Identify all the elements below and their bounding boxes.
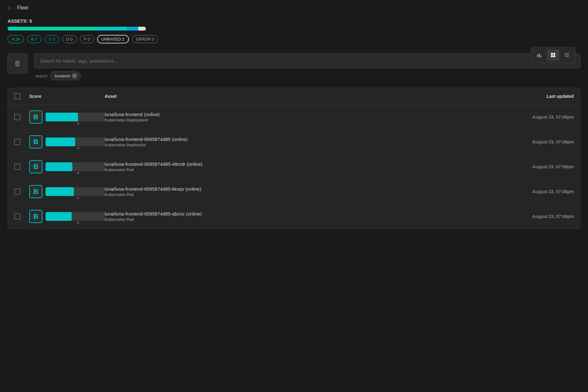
score-badge: B xyxy=(29,110,42,124)
select-all-checkbox[interactable] xyxy=(14,93,20,99)
asset-cell: luna/luna-frontend-6595874d85-qbcnz (onl… xyxy=(105,211,492,222)
table-header: Score Asset Last updated xyxy=(8,88,580,105)
header-asset: Asset xyxy=(105,94,492,99)
score-bar: ▲ xyxy=(46,137,105,146)
svg-rect-0 xyxy=(537,55,538,57)
search-tags-row: search frontend × xyxy=(34,71,580,80)
score-cell: B ▲ xyxy=(29,110,105,124)
svg-rect-3 xyxy=(551,53,553,55)
list-view-button[interactable] xyxy=(561,49,573,61)
table-row[interactable]: B ▲ luna/luna-frontend-6595874d85-qbcnz … xyxy=(8,204,580,229)
updated-cell: August 23, 07:08pm xyxy=(492,214,574,219)
asset-name: luna/luna-frontend-6595874d85 (online) xyxy=(105,137,492,142)
asset-type: Kubernetes ReplicaSet xyxy=(105,143,492,147)
asset-cell: luna/luna-frontend-6595874d85 (online) K… xyxy=(105,137,492,147)
search-input[interactable] xyxy=(34,53,580,68)
view-toggle xyxy=(531,47,575,63)
asset-cell: luna/luna-frontend (online) Kubernetes D… xyxy=(105,112,492,122)
asset-type: Kubernetes Pod xyxy=(105,168,492,172)
row-checkbox-col xyxy=(14,139,29,145)
close-icon: × xyxy=(74,74,75,78)
filter-tag-error[interactable]: ERROR 0 xyxy=(132,35,158,43)
asset-type: Kubernetes Pod xyxy=(105,193,492,197)
table-row[interactable]: B ▲ luna/luna-frontend-6595874d85-48mdr … xyxy=(8,154,580,179)
score-badge: B xyxy=(29,210,42,223)
progress-segment-c xyxy=(127,27,138,31)
filter-tag-c[interactable]: C 3 xyxy=(45,35,59,43)
score-bar: ▲ xyxy=(46,187,105,196)
progress-segment-a xyxy=(8,27,100,31)
asset-cell: luna/luna-frontend-6595874d85-48mdr (onl… xyxy=(105,161,492,172)
updated-cell: August 23, 07:08pm xyxy=(492,189,574,194)
updated-cell: August 23, 07:08pm xyxy=(492,164,574,169)
row-checkbox[interactable] xyxy=(14,188,20,195)
assets-table: Score Asset Last updated B ▲ luna/luna-f… xyxy=(8,88,580,229)
svg-rect-5 xyxy=(551,55,553,57)
table-row[interactable]: B ▲ luna/luna-frontend-6595874d85-kksqv … xyxy=(8,179,580,204)
updated-cell: August 23, 07:08pm xyxy=(492,115,574,120)
row-checkbox[interactable] xyxy=(14,164,20,170)
filter-tag-d[interactable]: D 0 xyxy=(62,35,77,43)
score-bar: ▲ xyxy=(46,212,105,221)
score-cell: B ▲ xyxy=(29,185,105,198)
score-cell: B ▲ xyxy=(29,160,105,173)
table-row[interactable]: B ▲ luna/luna-frontend (online) Kubernet… xyxy=(8,105,580,130)
breadcrumb-current: Fleet xyxy=(17,5,28,11)
assets-label: ASSETS: 5 xyxy=(8,18,580,24)
updated-cell: August 23, 07:08pm xyxy=(492,139,574,144)
svg-rect-6 xyxy=(553,55,555,57)
asset-name: luna/luna-frontend-6595874d85-48mdr (onl… xyxy=(105,161,492,167)
score-cell: B ▲ xyxy=(29,210,105,223)
filter-tag-unrated[interactable]: UNRATED 2 xyxy=(97,35,129,43)
toolbar-row: 🗑 search frontend × xyxy=(0,48,588,85)
remove-filter-frontend-button[interactable]: × xyxy=(72,73,77,79)
row-checkbox[interactable] xyxy=(14,114,20,120)
trash-icon: 🗑 xyxy=(14,59,21,68)
svg-rect-4 xyxy=(553,53,555,55)
header-checkbox-col xyxy=(14,93,29,99)
table-row[interactable]: B ▲ luna/luna-frontend-6595874d85 (onlin… xyxy=(8,130,580,154)
filter-tag-b[interactable]: B 7 xyxy=(27,35,42,43)
assets-progress-bar xyxy=(8,27,146,31)
chart-view-button[interactable] xyxy=(533,49,546,61)
search-tag-label: search xyxy=(35,74,47,78)
svg-rect-7 xyxy=(565,53,569,54)
row-checkbox-col xyxy=(14,114,29,120)
search-filter-tag-frontend: frontend × xyxy=(50,71,81,80)
asset-type: Kubernetes Pod xyxy=(105,217,492,222)
header-last-updated: Last updated xyxy=(492,94,574,99)
search-area: search frontend × xyxy=(34,53,580,80)
home-icon[interactable]: ⌂ xyxy=(8,5,11,11)
progress-segment-unrated xyxy=(138,27,146,31)
score-bar: ▲ xyxy=(46,113,105,121)
filter-tags: A 24 B 7 C 3 D 0 F 0 UNRATED 2 ERROR 0 xyxy=(8,35,580,43)
row-checkbox[interactable] xyxy=(14,139,20,145)
row-checkbox-col xyxy=(14,213,29,220)
header-score: Score xyxy=(29,94,105,99)
filter-tag-a[interactable]: A 24 xyxy=(8,35,24,43)
score-cell: B ▲ xyxy=(29,135,105,148)
filter-tag-frontend-text: frontend xyxy=(55,74,70,78)
breadcrumb-separator: › xyxy=(13,5,15,10)
delete-button[interactable]: 🗑 xyxy=(8,53,28,74)
asset-name: luna/luna-frontend (online) xyxy=(105,112,492,117)
score-badge: B xyxy=(29,160,42,173)
svg-rect-8 xyxy=(565,55,569,55)
score-badge: B xyxy=(29,185,42,198)
grid-view-button[interactable] xyxy=(547,49,559,61)
row-checkbox-col xyxy=(14,188,29,195)
assets-section: ASSETS: 5 A 24 B 7 C 3 D 0 F 0 UNRATED 2… xyxy=(0,16,588,48)
breadcrumb: ⌂ › Fleet xyxy=(0,0,588,16)
svg-rect-1 xyxy=(539,53,540,57)
row-checkbox[interactable] xyxy=(14,213,20,220)
score-bar: ▲ xyxy=(46,162,105,171)
score-badge: B xyxy=(29,135,42,148)
filter-tag-f[interactable]: F 0 xyxy=(80,35,94,43)
asset-name: luna/luna-frontend-6595874d85-kksqv (onl… xyxy=(105,186,492,192)
asset-cell: luna/luna-frontend-6595874d85-kksqv (onl… xyxy=(105,186,492,197)
asset-type: Kubernetes Deployment xyxy=(105,118,492,122)
svg-rect-2 xyxy=(541,55,541,57)
row-checkbox-col xyxy=(14,164,29,170)
progress-segment-b xyxy=(100,27,127,31)
asset-name: luna/luna-frontend-6595874d85-qbcnz (onl… xyxy=(105,211,492,216)
